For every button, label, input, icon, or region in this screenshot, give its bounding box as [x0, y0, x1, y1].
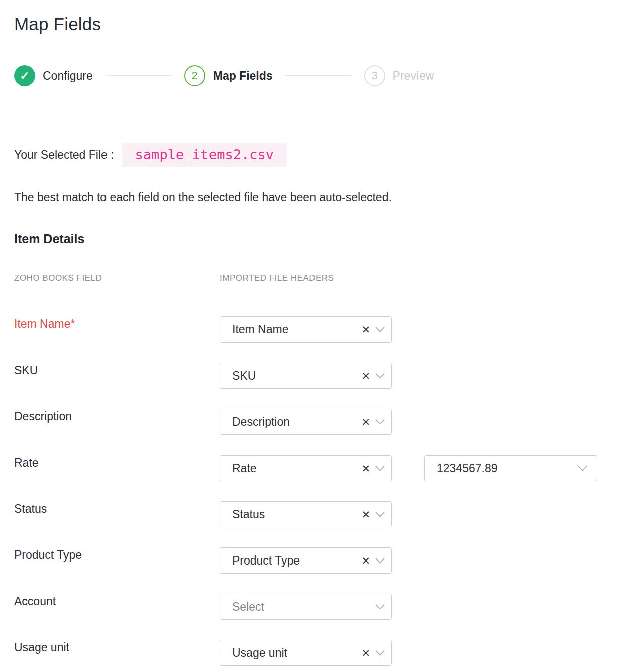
- auto-select-helper-text: The best match to each field on the sele…: [14, 191, 614, 204]
- format-value: 1234567.89: [437, 462, 579, 475]
- step-configure[interactable]: ✓ Configure: [14, 65, 93, 86]
- mapping-row: Account Select: [14, 594, 614, 620]
- selected-file-label: Your Selected File :: [14, 148, 114, 162]
- imported-header-select[interactable]: Item Name ✕: [220, 316, 392, 343]
- step-number: 3: [371, 69, 377, 82]
- selected-header-value: Description: [232, 415, 361, 429]
- imported-header-select[interactable]: Rate ✕: [220, 455, 392, 481]
- clear-selection-icon[interactable]: ✕: [361, 648, 370, 658]
- step-number: 2: [192, 69, 198, 82]
- field-label: Rate: [14, 455, 220, 470]
- clear-selection-icon[interactable]: ✕: [361, 371, 370, 381]
- imported-header-select[interactable]: SKU ✕: [220, 363, 392, 389]
- selected-header-value: Rate: [232, 462, 361, 475]
- selected-header-value: SKU: [232, 369, 361, 383]
- clear-selection-icon[interactable]: ✕: [361, 417, 370, 427]
- format-select[interactable]: 1234567.89: [424, 455, 597, 481]
- step-configure-label: Configure: [43, 69, 93, 83]
- selected-file-name: sample_items2.csv: [122, 143, 287, 167]
- column-header-imported-headers: IMPORTED FILE HEADERS: [220, 273, 334, 283]
- field-label: SKU: [14, 363, 220, 377]
- selected-header-value: Select: [232, 600, 377, 614]
- check-circle-icon: ✓: [14, 65, 35, 86]
- chevron-down-icon: [375, 646, 384, 655]
- check-icon: ✓: [20, 69, 29, 83]
- mapping-row: Rate Rate ✕ 1234567.89: [14, 455, 614, 481]
- imported-header-select[interactable]: Description ✕: [220, 409, 392, 435]
- step-map-fields-label: Map Fields: [213, 69, 273, 83]
- chevron-down-icon: [375, 554, 384, 563]
- selected-header-value: Product Type: [232, 554, 361, 568]
- imported-header-select[interactable]: Usage unit ✕: [220, 640, 392, 666]
- step-number-circle: 3: [364, 65, 385, 86]
- chevron-down-icon: [375, 415, 384, 424]
- chevron-down-icon: [375, 462, 384, 471]
- chevron-down-icon: [375, 508, 384, 517]
- mapping-row: Item Name* Item Name ✕: [14, 316, 614, 343]
- step-map-fields[interactable]: 2 Map Fields: [184, 65, 273, 86]
- mapping-rows: Item Name* Item Name ✕ SKU SKU ✕ Descrip…: [14, 316, 614, 666]
- stepper-connector: [285, 75, 352, 76]
- imported-header-select[interactable]: Select: [220, 594, 392, 620]
- field-label: Description: [14, 409, 220, 423]
- chevron-down-icon: [375, 600, 384, 609]
- clear-selection-icon[interactable]: ✕: [361, 509, 370, 520]
- chevron-down-icon: [578, 462, 587, 471]
- step-preview[interactable]: 3 Preview: [364, 65, 434, 86]
- map-fields-page: Map Fields ✓ Configure 2 Map Fields 3 Pr…: [0, 0, 628, 86]
- mapping-row: Status Status ✕: [14, 501, 614, 527]
- selected-header-value: Usage unit: [232, 646, 361, 660]
- clear-selection-icon[interactable]: ✕: [361, 555, 370, 566]
- stepper-connector: [106, 75, 172, 76]
- header-divider: [0, 115, 628, 115]
- mapping-row: SKU SKU ✕: [14, 363, 614, 389]
- field-label: Status: [14, 501, 220, 516]
- mapping-row: Description Description ✕: [14, 409, 614, 435]
- mapping-column-headers: ZOHO BOOKS FIELD IMPORTED FILE HEADERS: [14, 273, 614, 283]
- chevron-down-icon: [375, 323, 384, 332]
- field-label: Account: [14, 594, 220, 608]
- selected-header-value: Status: [232, 508, 361, 521]
- chevron-down-icon: [375, 369, 384, 378]
- selected-header-value: Item Name: [232, 323, 361, 337]
- clear-selection-icon[interactable]: ✕: [361, 463, 370, 474]
- step-number-circle: 2: [184, 65, 205, 86]
- import-stepper: ✓ Configure 2 Map Fields 3 Preview: [14, 65, 614, 86]
- clear-selection-icon[interactable]: ✕: [361, 324, 370, 335]
- page-title: Map Fields: [14, 0, 614, 34]
- field-label: Product Type: [14, 547, 220, 562]
- imported-header-select[interactable]: Product Type ✕: [220, 547, 392, 574]
- step-preview-label: Preview: [393, 69, 434, 83]
- selected-file-row: Your Selected File : sample_items2.csv: [14, 143, 614, 167]
- field-label: Usage unit: [14, 640, 220, 654]
- mapping-row: Product Type Product Type ✕: [14, 547, 614, 574]
- field-label: Item Name*: [14, 316, 220, 331]
- section-title: Item Details: [14, 232, 614, 246]
- imported-header-select[interactable]: Status ✕: [220, 501, 392, 527]
- column-header-zoho-field: ZOHO BOOKS FIELD: [14, 273, 220, 283]
- mapping-row: Usage unit Usage unit ✕: [14, 640, 614, 666]
